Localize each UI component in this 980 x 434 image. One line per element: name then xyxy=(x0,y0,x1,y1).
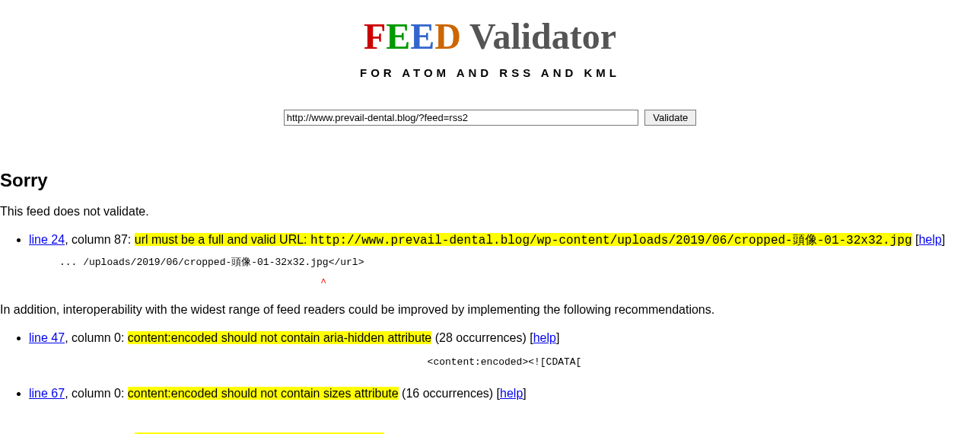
recommendations-intro: In addition, interoperability with the w… xyxy=(0,303,980,317)
logo-letter-f: F xyxy=(364,16,386,56)
help-link[interactable]: help xyxy=(918,233,941,246)
logo-rest: Validator xyxy=(461,16,616,56)
help-link[interactable]: help xyxy=(533,331,556,344)
help-link[interactable]: help xyxy=(500,387,523,400)
page-title: FEED Validator xyxy=(0,15,980,57)
error-list: line 24, column 87: url must be a full a… xyxy=(0,231,980,291)
validate-button[interactable]: Validate xyxy=(644,110,696,126)
logo-letter-e1: E xyxy=(386,16,410,56)
rec-count: (16 occurrences) xyxy=(399,387,497,400)
rec-message: content:encoded should not contain aria-… xyxy=(128,331,431,344)
error-caret: ^ xyxy=(59,276,980,291)
result-summary: This feed does not validate. xyxy=(0,205,980,219)
error-message: url must be a full and valid URL: http:/… xyxy=(135,233,912,246)
rec-line-link[interactable]: line 47 xyxy=(29,331,65,344)
error-snippet: ... /uploads/2019/06/cropped-頭像-01-32x32… xyxy=(59,256,980,270)
rec-snippet: <content:encoded><![CDATA[ xyxy=(29,355,980,370)
logo-letter-e2: E xyxy=(410,16,434,56)
page-subtitle: FOR ATOM AND RSS AND KML xyxy=(0,66,980,79)
feed-url-input[interactable] xyxy=(284,110,638,126)
recommendation-list: line 47, column 0: content:encoded shoul… xyxy=(0,329,980,434)
result-heading: Sorry xyxy=(0,170,980,191)
error-column: , column 87: xyxy=(65,233,135,246)
rec-count: (28 occurrences) xyxy=(431,331,530,344)
rec-column: , column 0: xyxy=(65,387,128,400)
rec-message: content:encoded should not contain sizes… xyxy=(128,387,399,400)
recommendation-item: line 67, column 0: content:encoded shoul… xyxy=(29,385,980,424)
rec-column: , column 0: xyxy=(65,331,128,344)
logo-letter-d: D xyxy=(434,16,461,56)
recommendation-item: line 47, column 0: content:encoded shoul… xyxy=(29,329,980,370)
rec-line-link[interactable]: line 67 xyxy=(29,387,65,400)
validate-form: Validate xyxy=(0,110,980,126)
error-item: line 24, column 87: url must be a full a… xyxy=(29,231,980,291)
recommendation-item-cutoff: line 450, column 0: content:encoded shou… xyxy=(29,430,980,434)
error-line-link[interactable]: line 24 xyxy=(29,233,65,246)
